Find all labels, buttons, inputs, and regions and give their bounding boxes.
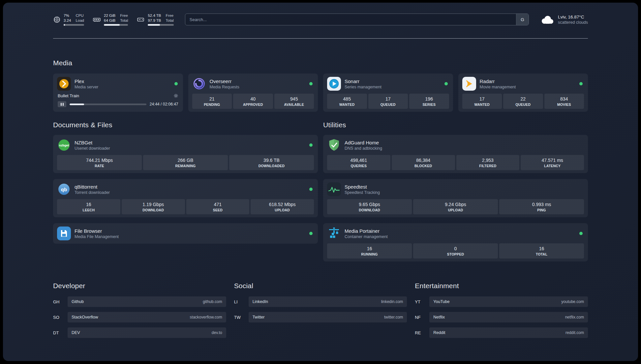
adguard-icon [327, 138, 341, 152]
card-header: nzbget NZBGet Usenet downloader [57, 138, 314, 152]
disk-icon [137, 15, 145, 24]
stat-value: 16 [58, 202, 119, 207]
bookmark-name: DEV [72, 330, 80, 335]
bookmark-link-youtube[interactable]: YouTube youtube.com [429, 296, 588, 307]
service-card-qbittorrent[interactable]: qb qBittorrent Torrent downloader 16 LEE… [53, 179, 318, 217]
stats-row: 9.65 Gbps DOWNLOAD 9.24 Gbps UPLOAD 0.99… [327, 199, 584, 214]
service-name: Overseerr [210, 78, 239, 84]
stat-value: 498,461 [328, 158, 389, 163]
stat-value: 0 [414, 246, 497, 251]
service-name: Sonarr [345, 78, 382, 84]
service-card-speedtest[interactable]: Speedtest Speedtest Tracking 9.65 Gbps D… [323, 179, 588, 217]
service-card-portainer[interactable]: Media Portainer Container management 16 … [323, 223, 588, 261]
radarr-icon [462, 77, 476, 91]
stat-box: 744.21 Mbps RATE [57, 155, 142, 170]
stat-box: 17 QUEUED [368, 94, 408, 109]
bookmark-link-dev[interactable]: DEV dev.to [68, 327, 226, 338]
card-titles: Media Portainer Container management [345, 228, 388, 239]
card-titles: Plex Media server [75, 78, 98, 89]
stat-label: TOTAL [501, 252, 583, 256]
bookmark-name: Reddit [433, 330, 445, 335]
bookmark-link-stackoverflow[interactable]: StackOverflow stackoverflow.com [68, 312, 226, 322]
stat-label: DOWNLOADED [230, 164, 313, 168]
search-input[interactable] [185, 14, 516, 25]
card-titles: AdGuard Home DNS and adblocking [345, 140, 382, 151]
utilities-card-stack: AdGuard Home DNS and adblocking 498,461 … [323, 135, 588, 261]
status-dot [579, 232, 583, 235]
bookmark-abbr: YT [415, 299, 429, 304]
cpu-label-bottom: Load [76, 18, 84, 23]
bookmark-link-twitter[interactable]: Twitter twitter.com [249, 312, 407, 322]
service-subtitle: Series management [345, 85, 382, 89]
stat-label: SERIES [411, 103, 448, 106]
memory-total-value: 64 GiB [104, 18, 115, 23]
stat-value: 22 [504, 96, 542, 102]
stat-value: 196 [411, 96, 448, 102]
stat-label: LATENCY [522, 164, 583, 168]
now-playing-title: Bullet Train [58, 93, 79, 98]
disk-widget: 52.4 TB 97.9 TB Free Total [137, 13, 173, 26]
section-title-social: Social [234, 282, 407, 290]
stat-value: 0.993 ms [501, 202, 583, 207]
service-card-plex[interactable]: Plex Media server Bullet Train [53, 74, 183, 112]
memory-widget: 22 GiB 64 GiB Free Total [93, 13, 128, 26]
bookmark-abbr: GH [53, 299, 68, 304]
card-header: Radarr Movie management [462, 76, 584, 91]
service-name: Radarr [480, 78, 516, 84]
service-subtitle: Media File Management [75, 234, 119, 239]
gear-icon[interactable] [173, 93, 178, 98]
bookmark-link-netflix[interactable]: Netflix netflix.com [429, 312, 588, 322]
stat-value: 47.571 ms [522, 158, 583, 163]
status-dot [309, 82, 313, 85]
service-card-nzbget[interactable]: nzbget NZBGet Usenet downloader 744.21 M… [53, 135, 318, 173]
now-playing-row: Bullet Train [57, 93, 179, 98]
stat-label: PENDING [194, 103, 231, 106]
stat-box: 471 SEED [186, 199, 250, 214]
bookmark-row-youtube: YT YouTube youtube.com [415, 296, 588, 307]
card-header: Overseerr Media Requests [192, 76, 314, 91]
weather-condition: scattered clouds [558, 20, 588, 25]
memory-label-bottom: Total [120, 18, 128, 23]
dashboard-content: 7% 3.24 CPU Load 22 GiB [3, 3, 638, 343]
stats-row: 17 WANTED 22 QUEUED 834 MOVIES [462, 94, 584, 109]
service-card-radarr[interactable]: Radarr Movie management 17 WANTED 22 QUE… [458, 74, 588, 112]
stat-label: WANTED [328, 103, 366, 106]
card-titles: File Browser Media File Management [75, 228, 119, 239]
stat-value: 834 [546, 96, 583, 102]
qbittorrent-icon: qb [57, 182, 71, 196]
search-provider-button[interactable]: G [516, 14, 529, 25]
service-card-overseerr[interactable]: Overseerr Media Requests 21 PENDING 40 A… [188, 74, 318, 112]
bookmark-abbr: LI [234, 299, 249, 304]
bookmark-link-reddit[interactable]: Reddit reddit.com [429, 327, 588, 338]
stat-box: 196 SERIES [409, 94, 449, 109]
stat-label: RATE [58, 164, 140, 168]
card-header: Media Portainer Container management [327, 226, 584, 241]
stat-value: 266 GB [144, 158, 227, 163]
stat-label: FILTERED [458, 164, 518, 168]
bookmark-abbr: NF [415, 315, 429, 320]
disk-label-bottom: Total [166, 18, 174, 23]
playback-progress-bar[interactable] [70, 104, 146, 105]
card-titles: qBittorrent Torrent downloader [75, 184, 110, 195]
service-subtitle: Media Requests [210, 85, 239, 89]
filebrowser-icon [57, 227, 71, 240]
stat-value: 945 [276, 96, 313, 102]
stat-label: QUEUED [370, 103, 407, 106]
stat-label: SEED [188, 208, 248, 212]
service-card-filebrowser[interactable]: File Browser Media File Management [53, 223, 318, 244]
search-bar: G [185, 14, 529, 25]
dashboard: 7% 3.24 CPU Load 22 GiB [3, 3, 638, 361]
service-card-adguard[interactable]: AdGuard Home DNS and adblocking 498,461 … [323, 135, 588, 173]
weather-widget: Lviv, 16.87°C scattered clouds [540, 15, 588, 25]
pause-button[interactable] [58, 101, 66, 107]
service-name: Media Portainer [345, 228, 388, 234]
service-card-sonarr[interactable]: Sonarr Series management 485 WANTED 17 Q… [323, 74, 453, 112]
stat-label: UPLOAD [252, 208, 313, 212]
bookmark-url: twitter.com [384, 315, 403, 319]
bookmark-link-github[interactable]: Github github.com [68, 296, 226, 307]
bookmark-link-linkedin[interactable]: LinkedIn linkedin.com [249, 296, 407, 307]
disk-free-value: 52.4 TB [148, 13, 161, 18]
bookmark-row-linkedin: LI LinkedIn linkedin.com [234, 296, 407, 307]
stat-value: 1.19 Gbps [123, 202, 184, 207]
cpu-icon [53, 16, 61, 23]
